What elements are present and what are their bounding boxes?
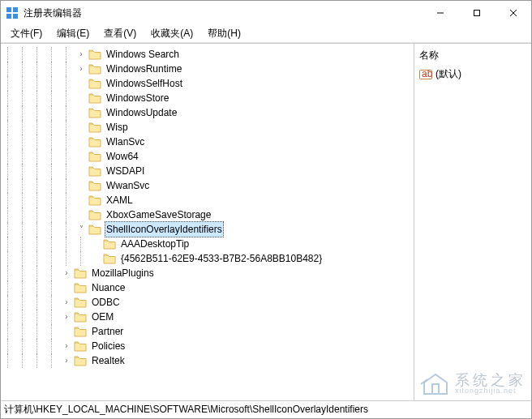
tree-row[interactable]: ›Policies [2, 339, 414, 353]
string-value-icon: ab [419, 68, 432, 81]
menu-edit[interactable]: 编辑(E) [50, 25, 96, 42]
status-bar: 计算机\HKEY_LOCAL_MACHINE\SOFTWARE\Microsof… [1, 400, 531, 418]
window-title: 注册表编辑器 [24, 6, 422, 20]
tree-item-label[interactable]: Realtek [90, 353, 127, 368]
chevron-right-icon[interactable]: › [61, 339, 72, 353]
value-row[interactable]: ab (默认) [419, 67, 526, 81]
tree-item-label[interactable]: AAADesktopTip [119, 237, 191, 251]
tree-row[interactable]: ›Wisp [2, 120, 414, 135]
status-path: 计算机\HKEY_LOCAL_MACHINE\SOFTWARE\Microsof… [4, 403, 368, 417]
svg-rect-1 [13, 7, 18, 12]
tree-row[interactable]: ›WindowsStore [2, 91, 414, 105]
chevron-right-icon[interactable]: › [75, 47, 87, 62]
chevron-right-icon[interactable]: › [61, 353, 72, 368]
tree-item-label[interactable]: WindowsRuntime [105, 62, 183, 76]
folder-icon [88, 180, 101, 191]
content-area: ›Windows Search›WindowsRuntime›WindowsSe… [1, 43, 531, 400]
tree-item-label[interactable]: Windows Search [105, 47, 181, 62]
window-controls [422, 1, 531, 25]
svg-rect-2 [6, 14, 11, 19]
tree-row[interactable]: ›Wow64 [2, 149, 414, 164]
chevron-right-icon[interactable]: › [61, 266, 72, 280]
tree-row[interactable]: ›OEM [2, 310, 414, 324]
folder-icon [88, 195, 101, 206]
folder-icon [88, 63, 101, 75]
folder-icon [74, 297, 87, 308]
tree-item-label[interactable]: MozillaPlugins [90, 266, 156, 280]
tree-row[interactable]: ›Partner [2, 324, 414, 339]
tree-row[interactable]: ›WindowsSelfHost [2, 76, 414, 91]
tree-row[interactable]: ›Nuance [2, 280, 414, 295]
tree-item-label[interactable]: WindowsStore [105, 91, 170, 105]
folder-icon [88, 49, 101, 60]
menu-view[interactable]: 查看(V) [97, 25, 143, 42]
folder-icon [74, 326, 87, 337]
chevron-down-icon[interactable]: ˅ [75, 222, 87, 237]
svg-text:ab: ab [422, 68, 432, 79]
folder-icon [88, 78, 101, 89]
registry-tree: ›Windows Search›WindowsRuntime›WindowsSe… [1, 44, 414, 371]
tree-item-label[interactable]: Partner [90, 324, 125, 339]
folder-icon [74, 355, 87, 366]
title-bar: 注册表编辑器 [1, 1, 531, 25]
close-button[interactable] [495, 1, 531, 25]
chevron-right-icon[interactable]: › [61, 310, 72, 324]
tree-pane[interactable]: ›Windows Search›WindowsRuntime›WindowsSe… [1, 44, 414, 400]
minimize-button[interactable] [422, 1, 458, 25]
tree-row[interactable]: ›WSDAPI [2, 164, 414, 178]
tree-row[interactable]: ›XboxGameSaveStorage [2, 207, 414, 222]
tree-row[interactable]: ›XAML [2, 193, 414, 207]
tree-item-label[interactable]: XAML [105, 193, 135, 207]
menu-bar: 文件(F) 编辑(E) 查看(V) 收藏夹(A) 帮助(H) [1, 25, 531, 43]
tree-row[interactable]: ›WindowsUpdate [2, 105, 414, 120]
tree-item-label[interactable]: OEM [90, 310, 115, 324]
menu-help[interactable]: 帮助(H) [201, 25, 247, 42]
minimize-icon [436, 9, 444, 17]
tree-row[interactable]: ›ODBC [2, 295, 414, 310]
maximize-button[interactable] [458, 1, 495, 25]
svg-rect-3 [13, 14, 18, 19]
tree-row[interactable]: ›WindowsRuntime [2, 62, 414, 76]
tree-item-label[interactable]: Nuance [90, 280, 127, 295]
svg-rect-5 [474, 11, 479, 16]
tree-item-label[interactable]: ODBC [90, 295, 122, 310]
close-icon [509, 9, 517, 17]
tree-item-label[interactable]: WlanSvc [105, 135, 146, 149]
maximize-icon [473, 9, 481, 17]
folder-icon [103, 253, 116, 264]
chevron-right-icon[interactable]: › [61, 295, 72, 310]
tree-item-label[interactable]: ShellIconOverlayIdentifiers [105, 221, 224, 237]
folder-icon [88, 92, 101, 104]
tree-item-label[interactable]: Wow64 [105, 149, 140, 164]
folder-icon [74, 282, 87, 293]
menu-file[interactable]: 文件(F) [4, 25, 49, 42]
tree-row[interactable]: ˅ShellIconOverlayIdentifiers [2, 222, 414, 237]
chevron-right-icon[interactable]: › [75, 62, 87, 76]
column-header-name[interactable]: 名称 [419, 47, 526, 67]
folder-icon [74, 311, 87, 323]
folder-icon [88, 136, 101, 148]
tree-row[interactable]: ›MozillaPlugins [2, 266, 414, 280]
folder-icon [74, 340, 87, 352]
tree-item-label[interactable]: XboxGameSaveStorage [105, 207, 212, 222]
tree-row[interactable]: ›AAADesktopTip [2, 237, 414, 251]
folder-icon [88, 107, 101, 118]
tree-item-label[interactable]: Policies [90, 339, 127, 353]
tree-item-label[interactable]: WwanSvc [105, 178, 151, 193]
tree-item-label[interactable]: WindowsSelfHost [105, 76, 184, 91]
folder-icon [88, 122, 101, 133]
value-name: (默认) [435, 67, 461, 81]
tree-row[interactable]: ›Windows Search [2, 47, 414, 62]
tree-row[interactable]: ›WwanSvc [2, 178, 414, 193]
tree-row[interactable]: ›Realtek [2, 353, 414, 368]
tree-row[interactable]: ›WlanSvc [2, 135, 414, 149]
folder-icon [74, 267, 87, 279]
values-pane[interactable]: 名称 ab (默认) [414, 44, 531, 400]
tree-item-label[interactable]: WindowsUpdate [105, 105, 178, 120]
tree-row[interactable]: ›{4562B511-62E9-4533-B7B2-56A8BB10B482} [2, 251, 414, 266]
tree-item-label[interactable]: Wisp [105, 120, 130, 135]
tree-item-label[interactable]: {4562B511-62E9-4533-B7B2-56A8BB10B482} [119, 251, 324, 266]
menu-favorites[interactable]: 收藏夹(A) [144, 25, 200, 42]
tree-item-label[interactable]: WSDAPI [105, 164, 146, 178]
folder-icon [88, 224, 101, 235]
